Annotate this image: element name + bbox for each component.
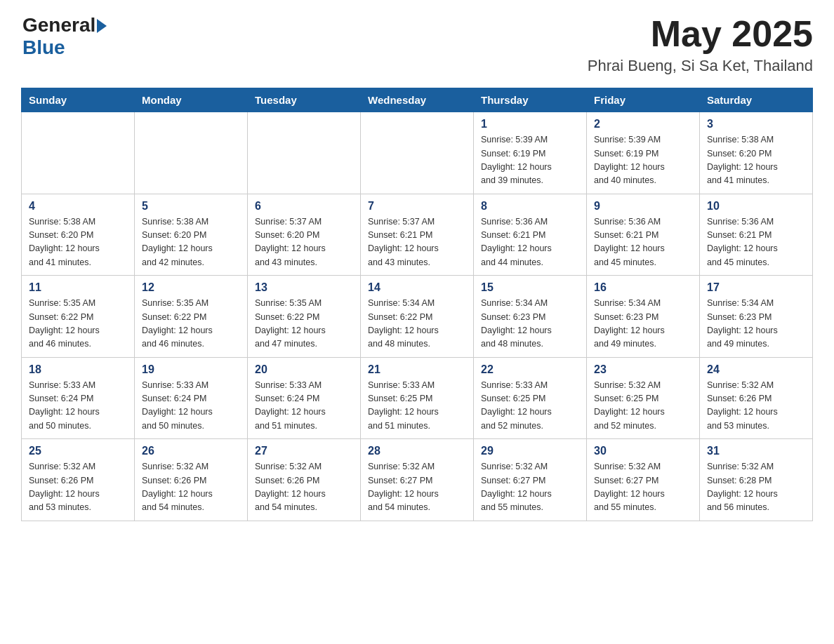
calendar-day-cell: 14Sunrise: 5:34 AMSunset: 6:22 PMDayligh… [361, 276, 474, 358]
calendar-header-cell: Wednesday [361, 88, 474, 112]
calendar-day-cell: 21Sunrise: 5:33 AMSunset: 6:25 PMDayligh… [361, 357, 474, 439]
day-number: 4 [29, 200, 127, 213]
day-number: 21 [368, 363, 466, 376]
calendar-day-cell: 6Sunrise: 5:37 AMSunset: 6:20 PMDaylight… [248, 194, 361, 276]
logo: General Blue [21, 14, 107, 59]
day-info: Sunrise: 5:38 AMSunset: 6:20 PMDaylight:… [29, 217, 100, 267]
day-number: 18 [29, 363, 127, 376]
calendar-day-cell: 8Sunrise: 5:36 AMSunset: 6:21 PMDaylight… [474, 194, 587, 276]
calendar-day-cell: 16Sunrise: 5:34 AMSunset: 6:23 PMDayligh… [587, 276, 700, 358]
day-number: 6 [255, 200, 353, 213]
calendar-body: 1Sunrise: 5:39 AMSunset: 6:19 PMDaylight… [22, 112, 813, 521]
calendar-day-cell: 26Sunrise: 5:32 AMSunset: 6:26 PMDayligh… [135, 439, 248, 521]
day-info: Sunrise: 5:38 AMSunset: 6:20 PMDaylight:… [707, 135, 778, 185]
day-info: Sunrise: 5:32 AMSunset: 6:27 PMDaylight:… [594, 462, 665, 512]
day-info: Sunrise: 5:33 AMSunset: 6:24 PMDaylight:… [142, 380, 213, 431]
day-info: Sunrise: 5:32 AMSunset: 6:26 PMDaylight:… [142, 462, 213, 512]
calendar-day-cell: 5Sunrise: 5:38 AMSunset: 6:20 PMDaylight… [135, 194, 248, 276]
calendar-week-row: 18Sunrise: 5:33 AMSunset: 6:24 PMDayligh… [22, 357, 813, 439]
day-info: Sunrise: 5:36 AMSunset: 6:21 PMDaylight:… [707, 217, 778, 267]
day-number: 5 [142, 200, 240, 213]
day-number: 1 [481, 118, 579, 130]
calendar-day-cell: 20Sunrise: 5:33 AMSunset: 6:24 PMDayligh… [248, 357, 361, 439]
day-info: Sunrise: 5:32 AMSunset: 6:26 PMDaylight:… [29, 462, 100, 512]
calendar-day-cell: 30Sunrise: 5:32 AMSunset: 6:27 PMDayligh… [587, 439, 700, 521]
calendar-day-cell: 28Sunrise: 5:32 AMSunset: 6:27 PMDayligh… [361, 439, 474, 521]
logo-general-line: General [22, 14, 107, 36]
logo-general-text: General [22, 14, 95, 36]
calendar-day-cell [248, 112, 361, 194]
day-number: 25 [29, 445, 127, 457]
day-info: Sunrise: 5:34 AMSunset: 6:23 PMDaylight:… [707, 298, 778, 349]
calendar-day-cell: 31Sunrise: 5:32 AMSunset: 6:28 PMDayligh… [700, 439, 813, 521]
logo-blue-text: Blue [22, 36, 107, 59]
day-number: 30 [594, 445, 692, 457]
day-number: 12 [142, 281, 240, 294]
day-number: 9 [594, 200, 692, 213]
calendar-header-cell: Thursday [474, 88, 587, 112]
day-number: 11 [29, 281, 127, 294]
day-info: Sunrise: 5:36 AMSunset: 6:21 PMDaylight:… [481, 217, 552, 267]
calendar-day-cell: 7Sunrise: 5:37 AMSunset: 6:21 PMDaylight… [361, 194, 474, 276]
day-number: 19 [142, 363, 240, 376]
calendar-header-cell: Sunday [22, 88, 135, 112]
calendar-week-row: 4Sunrise: 5:38 AMSunset: 6:20 PMDaylight… [22, 194, 813, 276]
calendar-header-cell: Friday [587, 88, 700, 112]
day-number: 16 [594, 281, 692, 294]
calendar-header-row: SundayMondayTuesdayWednesdayThursdayFrid… [22, 88, 813, 112]
calendar-day-cell: 22Sunrise: 5:33 AMSunset: 6:25 PMDayligh… [474, 357, 587, 439]
day-info: Sunrise: 5:34 AMSunset: 6:23 PMDaylight:… [594, 298, 665, 349]
calendar-day-cell: 15Sunrise: 5:34 AMSunset: 6:23 PMDayligh… [474, 276, 587, 358]
calendar-day-cell: 4Sunrise: 5:38 AMSunset: 6:20 PMDaylight… [22, 194, 135, 276]
day-info: Sunrise: 5:32 AMSunset: 6:28 PMDaylight:… [707, 462, 778, 512]
calendar-day-cell: 25Sunrise: 5:32 AMSunset: 6:26 PMDayligh… [22, 439, 135, 521]
calendar-day-cell: 3Sunrise: 5:38 AMSunset: 6:20 PMDaylight… [700, 112, 813, 194]
day-number: 22 [481, 363, 579, 376]
day-number: 20 [255, 363, 353, 376]
location-title: Phrai Bueng, Si Sa Ket, Thailand [588, 57, 813, 75]
day-info: Sunrise: 5:32 AMSunset: 6:25 PMDaylight:… [594, 380, 665, 431]
day-info: Sunrise: 5:37 AMSunset: 6:21 PMDaylight:… [368, 217, 439, 267]
calendar-header-cell: Saturday [700, 88, 813, 112]
day-number: 24 [707, 363, 805, 376]
logo-text-block: General Blue [22, 14, 107, 59]
day-info: Sunrise: 5:32 AMSunset: 6:26 PMDaylight:… [707, 380, 778, 431]
day-info: Sunrise: 5:33 AMSunset: 6:24 PMDaylight:… [29, 380, 100, 431]
day-info: Sunrise: 5:39 AMSunset: 6:19 PMDaylight:… [594, 135, 665, 185]
calendar-header-cell: Monday [135, 88, 248, 112]
calendar-day-cell: 12Sunrise: 5:35 AMSunset: 6:22 PMDayligh… [135, 276, 248, 358]
title-block: May 2025 Phrai Bueng, Si Sa Ket, Thailan… [588, 14, 813, 75]
day-info: Sunrise: 5:39 AMSunset: 6:19 PMDaylight:… [481, 135, 552, 185]
calendar-day-cell: 10Sunrise: 5:36 AMSunset: 6:21 PMDayligh… [700, 194, 813, 276]
day-number: 7 [368, 200, 466, 213]
day-info: Sunrise: 5:38 AMSunset: 6:20 PMDaylight:… [142, 217, 213, 267]
calendar-day-cell: 19Sunrise: 5:33 AMSunset: 6:24 PMDayligh… [135, 357, 248, 439]
calendar-day-cell: 9Sunrise: 5:36 AMSunset: 6:21 PMDaylight… [587, 194, 700, 276]
calendar-day-cell [22, 112, 135, 194]
calendar-day-cell: 18Sunrise: 5:33 AMSunset: 6:24 PMDayligh… [22, 357, 135, 439]
calendar-week-row: 1Sunrise: 5:39 AMSunset: 6:19 PMDaylight… [22, 112, 813, 194]
calendar-day-cell: 11Sunrise: 5:35 AMSunset: 6:22 PMDayligh… [22, 276, 135, 358]
calendar-day-cell: 2Sunrise: 5:39 AMSunset: 6:19 PMDaylight… [587, 112, 700, 194]
calendar-day-cell: 27Sunrise: 5:32 AMSunset: 6:26 PMDayligh… [248, 439, 361, 521]
day-info: Sunrise: 5:32 AMSunset: 6:27 PMDaylight:… [368, 462, 439, 512]
day-info: Sunrise: 5:33 AMSunset: 6:25 PMDaylight:… [481, 380, 552, 431]
day-number: 2 [594, 118, 692, 130]
day-number: 23 [594, 363, 692, 376]
day-info: Sunrise: 5:33 AMSunset: 6:25 PMDaylight:… [368, 380, 439, 431]
day-number: 29 [481, 445, 579, 457]
day-number: 28 [368, 445, 466, 457]
page-header: General Blue May 2025 Phrai Bueng, Si Sa… [21, 14, 813, 75]
calendar-day-cell: 13Sunrise: 5:35 AMSunset: 6:22 PMDayligh… [248, 276, 361, 358]
day-info: Sunrise: 5:37 AMSunset: 6:20 PMDaylight:… [255, 217, 326, 267]
day-number: 17 [707, 281, 805, 294]
calendar-header: SundayMondayTuesdayWednesdayThursdayFrid… [22, 88, 813, 112]
day-number: 14 [368, 281, 466, 294]
day-number: 3 [707, 118, 805, 130]
month-title: May 2025 [588, 14, 813, 54]
calendar-day-cell: 29Sunrise: 5:32 AMSunset: 6:27 PMDayligh… [474, 439, 587, 521]
day-info: Sunrise: 5:34 AMSunset: 6:22 PMDaylight:… [368, 298, 439, 349]
day-number: 10 [707, 200, 805, 213]
day-number: 31 [707, 445, 805, 457]
calendar-day-cell [361, 112, 474, 194]
